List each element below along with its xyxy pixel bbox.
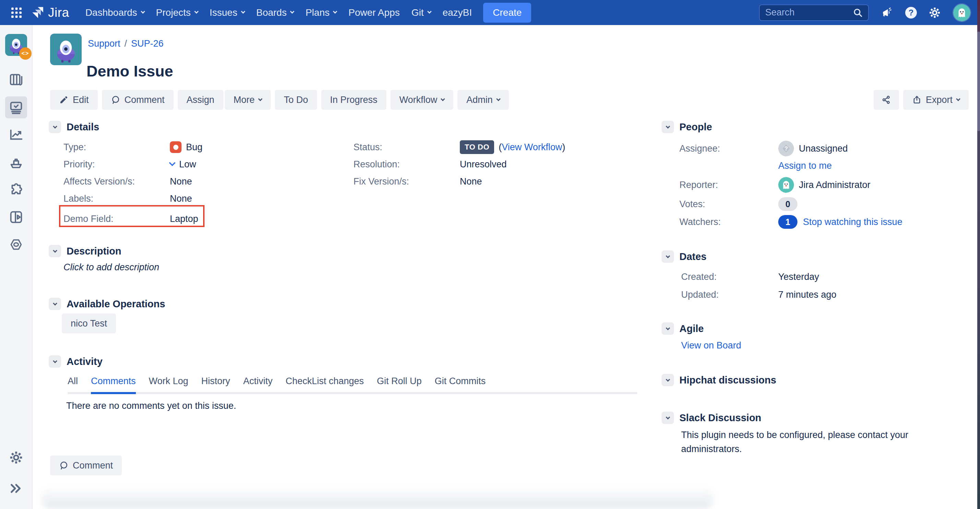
chevron-down-icon (241, 9, 245, 14)
comment-button-label: Comment (73, 460, 113, 471)
todo-transition-button[interactable]: To Do (275, 90, 317, 110)
sidebar-item-pages[interactable] (5, 206, 27, 228)
collapse-slack-icon[interactable] (662, 412, 674, 424)
nav-item-dashboards[interactable]: Dashboards (80, 0, 150, 25)
share-button[interactable] (873, 90, 899, 110)
nav-item-label: Dashboards (86, 7, 137, 18)
project-settings-gear-icon[interactable] (5, 447, 27, 469)
affects-versions-value: None (170, 176, 192, 187)
collapse-activity-icon[interactable] (49, 355, 61, 368)
nav-item-projects[interactable]: Projects (150, 0, 204, 25)
collapse-sidebar-icon[interactable] (5, 477, 27, 499)
reporter-value: Jira Administrator (799, 180, 870, 190)
tab-history[interactable]: History (201, 376, 230, 392)
assign-to-me-link[interactable]: Assign to me (778, 160, 832, 171)
nav-item-power-apps[interactable]: Power Apps (342, 0, 405, 25)
votes-label: Votes: (679, 199, 778, 209)
updated-label: Updated: (681, 290, 778, 300)
nav-item-plans[interactable]: Plans (299, 0, 342, 25)
scrollbar[interactable] (977, 0, 980, 509)
nav-item-label: Plans (305, 7, 329, 18)
tab-all[interactable]: All (68, 376, 78, 392)
reporter-avatar[interactable] (778, 177, 794, 193)
nav-item-label: Power Apps (348, 7, 399, 18)
in-progress-transition-button[interactable]: In Progress (321, 90, 387, 110)
comment-button-bottom[interactable]: Comment (50, 455, 122, 476)
create-button[interactable]: Create (483, 3, 531, 23)
slack-section-header: Slack Discussion (662, 412, 761, 424)
no-comments-message: There are no comments yet on this issue. (66, 401, 236, 411)
details-section-header: Details (49, 121, 99, 133)
assign-button[interactable]: Assign (178, 90, 223, 110)
tab-activity[interactable]: Activity (243, 376, 273, 392)
collapse-hipchat-icon[interactable] (662, 374, 674, 386)
admin-button[interactable]: Admin (457, 90, 509, 110)
demo-field-label: Demo Field: (64, 214, 170, 224)
sidebar-item-board[interactable] (5, 69, 27, 91)
nico-test-button[interactable]: nico Test (62, 314, 116, 333)
edit-button[interactable]: Edit (50, 90, 98, 110)
tab-work-log[interactable]: Work Log (149, 376, 188, 392)
field-row-status: Status: TO DO (View Workflow) (353, 139, 565, 156)
stop-watching-link[interactable]: Stop watching this issue (803, 217, 902, 227)
breadcrumb-issue-link[interactable]: SUP-26 (131, 38, 164, 49)
edit-button-label: Edit (73, 95, 89, 105)
collapse-agile-icon[interactable] (662, 322, 674, 335)
tab-git-commits[interactable]: Git Commits (435, 376, 486, 392)
collapse-details-icon[interactable] (49, 121, 61, 133)
description-section-header: Description (49, 245, 121, 257)
people-section-header: People (662, 121, 712, 133)
nav-item-boards[interactable]: Boards (250, 0, 300, 25)
scrollbar-thumb[interactable] (977, 32, 980, 131)
collapse-operations-icon[interactable] (49, 298, 61, 310)
collapse-dates-icon[interactable] (662, 251, 674, 263)
sidebar-item-addons[interactable] (5, 179, 27, 201)
app-switcher-icon[interactable] (9, 5, 24, 20)
nav-item-issues[interactable]: Issues (204, 0, 250, 25)
watchers-label: Watchers: (679, 217, 778, 227)
breadcrumb-project-link[interactable]: Support (88, 38, 121, 49)
votes-badge[interactable]: 0 (778, 197, 797, 211)
field-row-demo-field: Demo Field: Laptop (64, 210, 202, 227)
activity-section-header: Activity (49, 355, 103, 368)
paren-open: ( (499, 142, 502, 153)
search-input[interactable] (765, 7, 852, 18)
watchers-badge[interactable]: 1 (778, 215, 797, 229)
tab-checklist-changes[interactable]: CheckList changes (285, 376, 364, 392)
tab-git-roll-up[interactable]: Git Roll Up (377, 376, 422, 392)
description-placeholder[interactable]: Click to add description (64, 262, 159, 273)
nav-item-eazybi[interactable]: eazyBI (437, 0, 478, 25)
top-navigation: Jira Dashboards Projects Issues Boards P… (0, 0, 980, 25)
jira-logo[interactable]: Jira (31, 5, 69, 20)
comment-bubble-icon (111, 95, 121, 105)
view-on-board-link[interactable]: View on Board (681, 340, 741, 351)
updated-row: Updated: 7 minutes ago (681, 286, 837, 303)
search-icon[interactable] (852, 7, 863, 18)
chevron-down-icon (956, 97, 961, 101)
sidebar-item-releases[interactable] (5, 151, 27, 173)
export-icon (912, 95, 922, 105)
more-button[interactable]: More (225, 90, 271, 110)
nav-item-label: Projects (156, 7, 191, 18)
watchers-row: Watchers: 1 Stop watching this issue (679, 213, 902, 230)
view-workflow-link[interactable]: View Workflow (502, 142, 562, 153)
nav-item-git[interactable]: Git (406, 0, 437, 25)
search-box[interactable] (759, 5, 869, 21)
project-avatar[interactable] (50, 33, 82, 65)
gear-icon[interactable] (927, 5, 942, 20)
sidebar-item-settings-hex[interactable] (5, 233, 27, 255)
help-icon[interactable]: ? (905, 7, 917, 19)
field-row-affects-versions: Affects Version/s: None (64, 173, 202, 190)
sidebar-item-reports[interactable] (5, 124, 27, 146)
export-button[interactable]: Export (903, 90, 969, 110)
jira-logo-icon (31, 5, 45, 20)
collapse-people-icon[interactable] (662, 121, 674, 133)
comment-button[interactable]: Comment (102, 90, 173, 110)
project-avatar-small[interactable]: <> (5, 34, 27, 56)
tab-comments[interactable]: Comments (91, 376, 136, 394)
workflow-button[interactable]: Workflow (390, 90, 453, 110)
announcement-icon[interactable] (880, 5, 895, 20)
user-avatar[interactable] (953, 3, 971, 22)
sidebar-item-issues[interactable] (5, 97, 27, 118)
collapse-description-icon[interactable] (49, 245, 61, 257)
